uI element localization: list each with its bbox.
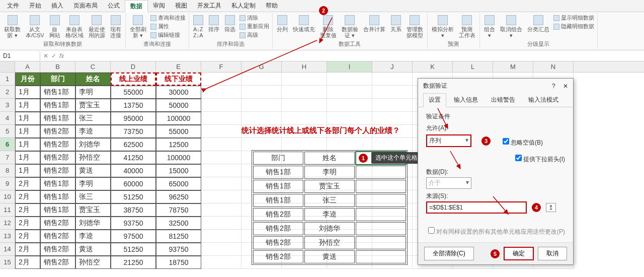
menu-开发工具[interactable]: 开发工具 — [192, 0, 226, 12]
cell[interactable]: 1月 — [15, 138, 40, 151]
col-header[interactable]: D — [111, 61, 156, 72]
col-header[interactable]: K — [413, 61, 453, 72]
col-header[interactable]: I — [327, 61, 372, 72]
cell[interactable]: 2月 — [15, 243, 40, 256]
menu-开始[interactable]: 开始 — [24, 0, 46, 12]
row-header[interactable]: 9 — [0, 177, 15, 190]
ribbon-关系[interactable]: 关系 — [389, 14, 403, 33]
cell[interactable]: 黄送 — [75, 164, 111, 177]
cell[interactable]: 1月 — [15, 151, 40, 164]
fx-icon[interactable]: fx — [59, 52, 64, 59]
ribbon-筛选[interactable]: 筛选 — [223, 14, 236, 33]
cancel-button[interactable]: 取消 — [538, 247, 567, 260]
cell[interactable]: 1月 — [15, 112, 40, 125]
cell[interactable] — [201, 164, 242, 177]
cell[interactable]: 贾宝玉 — [75, 203, 111, 217]
cell[interactable] — [201, 112, 242, 125]
dialog-tab[interactable]: 出错警告 — [486, 93, 521, 107]
cell[interactable] — [201, 151, 242, 164]
cell[interactable]: 21250 — [111, 256, 156, 269]
cell[interactable]: 13750 — [111, 99, 156, 112]
ribbon-side[interactable]: 查询和连接 — [150, 14, 186, 22]
cell[interactable]: 62500 — [111, 138, 156, 151]
cell[interactable]: 38750 — [111, 203, 156, 217]
ribbon-来自表格/区域[interactable]: 来自表 格/区域 — [64, 14, 85, 39]
row-header[interactable]: 8 — [0, 164, 15, 177]
cell[interactable]: 部门 — [40, 73, 75, 86]
cell[interactable]: 销售1部 — [40, 99, 75, 112]
menu-审阅[interactable]: 审阅 — [148, 0, 170, 12]
apply-changes-checkbox[interactable]: 对有同样设置的所有其他单元格应用这些更改(P) — [426, 226, 565, 236]
cell[interactable]: 李明 — [75, 86, 111, 99]
ribbon-side[interactable]: 重新应用 — [239, 23, 269, 30]
cell[interactable]: 销售1部 — [40, 203, 75, 217]
menu-数据[interactable]: 数据 — [125, 0, 148, 12]
cell[interactable]: 黄送 — [75, 243, 111, 256]
cell[interactable]: 张三 — [75, 190, 111, 203]
ribbon-组合▾[interactable]: 组合 ▾ — [483, 14, 496, 39]
row-header[interactable]: 3 — [0, 99, 15, 112]
row-header[interactable]: 5 — [0, 125, 15, 138]
cell[interactable]: 12500 — [156, 138, 201, 151]
cell[interactable]: 销售1部 — [40, 177, 75, 190]
ribbon-数据验证▾[interactable]: 数据验 证 ▾ — [341, 14, 359, 39]
cell[interactable]: 100000 — [156, 151, 201, 164]
cell[interactable]: 1月 — [15, 164, 40, 177]
cell[interactable]: 销售2部 — [40, 243, 75, 256]
row-header[interactable]: 1 — [0, 73, 15, 86]
ribbon-取消组合▾[interactable]: 取消组合 ▾ — [499, 14, 523, 39]
col-header[interactable]: N — [533, 61, 574, 72]
ribbon-分类汇总[interactable]: 分类汇总 — [526, 14, 550, 33]
cell[interactable] — [201, 190, 242, 203]
menu-帮助[interactable]: 帮助 — [261, 0, 283, 12]
ribbon-删除重复值[interactable]: 删除 重复值 — [319, 14, 338, 39]
source-input[interactable]: =$D$1:$E$1 — [426, 201, 527, 214]
cell[interactable] — [282, 99, 327, 112]
cell[interactable]: 销售1部 — [40, 112, 75, 125]
cell[interactable]: 93750 — [111, 217, 156, 230]
cell[interactable]: 30000 — [156, 86, 201, 99]
dropdown-arrow-checkbox[interactable]: 提供下拉箭头(I) — [513, 153, 565, 164]
row-header[interactable]: 10 — [0, 190, 15, 203]
ribbon-从文本/CSV[interactable]: 从文 本/CSV — [25, 14, 45, 39]
cell[interactable]: 60000 — [111, 177, 156, 190]
cell[interactable] — [201, 243, 242, 256]
col-header[interactable]: G — [242, 61, 282, 72]
cell[interactable] — [201, 256, 242, 269]
col-header[interactable]: J — [372, 61, 413, 72]
ribbon-side[interactable]: 隐藏明细数据 — [553, 23, 594, 30]
cell[interactable]: 月份 — [15, 73, 40, 86]
cell[interactable] — [201, 138, 242, 151]
cell[interactable] — [327, 99, 372, 112]
cell[interactable]: 刘德华 — [75, 138, 111, 151]
col-header[interactable]: H — [282, 61, 327, 72]
cell[interactable] — [242, 112, 282, 125]
cell[interactable]: 孙悟空 — [75, 256, 111, 269]
cell[interactable]: 2月 — [15, 217, 40, 230]
ribbon-side[interactable]: 属性 — [150, 23, 186, 30]
cell[interactable] — [282, 138, 327, 151]
cell[interactable]: 73750 — [111, 125, 156, 138]
cell[interactable]: 销售2部 — [40, 230, 75, 243]
cell[interactable] — [327, 86, 372, 99]
col-header[interactable]: F — [201, 61, 242, 72]
cell[interactable] — [372, 99, 413, 112]
menu-视图[interactable]: 视图 — [170, 0, 192, 12]
col-header[interactable]: C — [75, 61, 111, 72]
cell[interactable]: 2月 — [15, 256, 40, 269]
cell[interactable] — [201, 177, 242, 190]
cell[interactable]: 1月 — [15, 99, 40, 112]
menu-文件[interactable]: 文件 — [2, 0, 24, 12]
cell[interactable] — [201, 230, 242, 243]
cell[interactable]: 销售2部 — [40, 217, 75, 230]
cell[interactable] — [282, 112, 327, 125]
ignore-blank-checkbox[interactable]: 忽略空值(B) — [501, 136, 543, 147]
ribbon-排序[interactable]: 排序 — [207, 14, 220, 33]
ribbon-合并计算[interactable]: 合并计算 — [362, 14, 386, 33]
cell[interactable]: 55000 — [111, 86, 156, 99]
cell[interactable]: 81250 — [156, 230, 201, 243]
cell[interactable]: 销售1部 — [40, 190, 75, 203]
cell[interactable] — [372, 73, 413, 86]
ribbon-获取数据▾[interactable]: 获取数 据 ▾ — [3, 14, 22, 39]
cell[interactable]: 51250 — [111, 243, 156, 256]
